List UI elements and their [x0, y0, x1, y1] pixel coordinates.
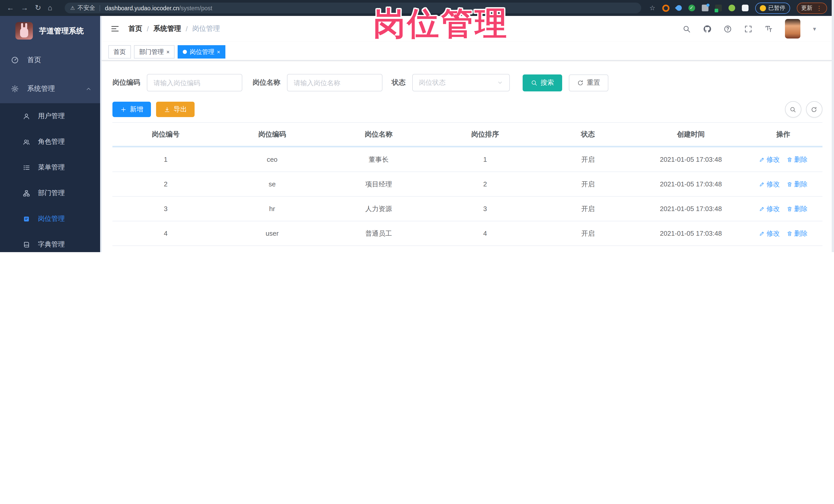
github-icon[interactable]	[703, 24, 711, 33]
sidebar-item-home[interactable]: 首页	[0, 46, 100, 74]
paused-chip[interactable]: 已暂停	[755, 2, 790, 14]
breadcrumb: 首页 / 系统管理 / 岗位管理	[128, 24, 220, 34]
cell-created: 2021-01-05 17:03:48	[638, 147, 744, 172]
breadcrumb-separator: /	[147, 25, 149, 32]
font-size-icon[interactable]	[764, 24, 773, 33]
export-button[interactable]: 导出	[156, 102, 195, 117]
extension-icon[interactable]	[675, 4, 683, 12]
sidebar-item-label: 系统管理	[27, 84, 55, 93]
emoji-icon	[760, 5, 766, 11]
breadcrumb-current: 岗位管理	[192, 24, 220, 34]
update-button[interactable]: 更新 ⋮	[796, 2, 827, 14]
extension-icon[interactable]	[715, 5, 722, 11]
reset-button[interactable]: 重置	[569, 74, 608, 91]
fullscreen-icon[interactable]	[744, 24, 752, 33]
close-icon[interactable]: ×	[217, 49, 220, 55]
sidebar-item-menus[interactable]: 菜单管理	[0, 155, 100, 180]
not-secure-label: 不安全	[78, 4, 95, 12]
edit-link[interactable]: 修改	[759, 204, 780, 213]
delete-link[interactable]: 删除	[787, 155, 808, 164]
sidebar-item-label: 角色管理	[38, 137, 65, 146]
pencil-icon	[759, 156, 765, 162]
delete-link[interactable]: 删除	[787, 204, 808, 213]
table-row[interactable]: 1 ceo 董事长 1 开启 2021-01-05 17:03:48 修改删除	[112, 147, 822, 172]
trash-icon	[787, 230, 793, 237]
chevron-down-icon	[497, 80, 503, 86]
sidebar-item-departments[interactable]: 部门管理	[0, 180, 100, 206]
sidebar-item-dict[interactable]: 字典管理	[0, 232, 100, 252]
extension-icon[interactable]	[728, 5, 735, 11]
menu-kebab-icon[interactable]: ⋮	[816, 4, 822, 12]
app-title: 芋道管理系统	[39, 26, 84, 36]
breadcrumb-home[interactable]: 首页	[128, 24, 142, 34]
extension-icon[interactable]	[662, 4, 669, 12]
delete-link[interactable]: 删除	[787, 229, 808, 238]
cell-status: 开启	[538, 221, 638, 246]
col-post-sort: 岗位排序	[432, 123, 538, 147]
breadcrumb-system[interactable]: 系统管理	[154, 24, 181, 34]
user-icon	[23, 112, 30, 120]
cell-actions: 修改删除	[744, 221, 822, 246]
url-bar[interactable]: ⚠ 不安全 dashboard.yudao.iocoder.cn /system…	[65, 3, 641, 13]
extension-icon[interactable]: ✓	[688, 5, 695, 11]
add-button-label: 新增	[130, 105, 143, 114]
tab-bar: 首页 部门管理 × 岗位管理 ×	[102, 42, 831, 61]
reload-icon[interactable]: ↻	[35, 0, 41, 16]
search-icon[interactable]	[682, 24, 691, 33]
not-secure-warning-icon[interactable]: ⚠	[70, 5, 75, 11]
hamburger-icon[interactable]	[110, 24, 119, 34]
sidebar-item-system[interactable]: 系统管理	[0, 74, 100, 103]
chevron-down-icon[interactable]: ▼	[812, 26, 817, 31]
app-logo-row[interactable]: 芋道管理系统	[0, 16, 100, 46]
add-button[interactable]: 新增	[112, 102, 151, 117]
search-button[interactable]: 搜索	[523, 74, 562, 91]
cell-id: 1	[112, 147, 219, 172]
browser-scrollbar[interactable]	[831, 0, 834, 252]
tab-home[interactable]: 首页	[108, 45, 131, 59]
pencil-icon	[759, 206, 765, 212]
status-select[interactable]: 岗位状态	[412, 74, 510, 91]
list-icon	[23, 163, 30, 171]
edit-link[interactable]: 修改	[759, 179, 780, 189]
cell-name: 项目经理	[326, 172, 432, 196]
edit-link[interactable]: 修改	[759, 155, 780, 164]
extension-icon[interactable]	[702, 5, 708, 11]
toggle-search-button[interactable]	[785, 101, 801, 117]
table-row[interactable]: 2 se 项目经理 2 开启 2021-01-05 17:03:48 修改删除	[112, 172, 822, 196]
breadcrumb-separator: /	[186, 25, 188, 32]
tab-posts-active[interactable]: 岗位管理 ×	[178, 45, 225, 59]
bookmark-star-icon[interactable]: ☆	[650, 4, 655, 12]
post-name-input[interactable]	[287, 74, 382, 91]
search-button-label: 搜索	[541, 78, 554, 87]
table-row[interactable]: 4 user 普通员工 4 开启 2021-01-05 17:03:48 修改删…	[112, 221, 822, 246]
sidebar-item-posts[interactable]: 岗位管理	[0, 206, 100, 232]
tab-departments[interactable]: 部门管理 ×	[134, 45, 175, 59]
cell-code: ceo	[219, 147, 326, 172]
table-row[interactable]: 3 hr 人力资源 3 开启 2021-01-05 17:03:48 修改删除	[112, 196, 822, 221]
close-icon[interactable]: ×	[166, 49, 170, 55]
cell-created: 2021-01-05 17:03:48	[638, 172, 744, 196]
paused-label: 已暂停	[768, 4, 785, 12]
posts-table: 岗位编号 岗位编码 岗位名称 岗位排序 状态 创建时间 操作 1 ceo 董事长	[112, 122, 822, 246]
sidebar-item-users[interactable]: 用户管理	[0, 103, 100, 129]
sidebar-item-roles[interactable]: 角色管理	[0, 129, 100, 155]
back-icon[interactable]: ←	[7, 0, 14, 16]
sidebar-item-label: 首页	[27, 56, 41, 65]
trash-icon	[787, 206, 793, 212]
avatar[interactable]	[785, 19, 800, 39]
refresh-button[interactable]	[806, 101, 822, 117]
cell-name: 董事长	[326, 147, 432, 172]
post-code-label: 岗位编码	[112, 78, 140, 87]
help-icon[interactable]	[723, 24, 732, 33]
table-header-row: 岗位编号 岗位编码 岗位名称 岗位排序 状态 创建时间 操作	[112, 123, 822, 147]
extensions-puzzle-icon[interactable]	[742, 5, 748, 11]
refresh-icon	[811, 106, 817, 113]
reset-button-label: 重置	[587, 78, 600, 87]
delete-link[interactable]: 删除	[787, 179, 808, 189]
forward-icon[interactable]: →	[21, 0, 28, 16]
sidebar-item-label: 菜单管理	[38, 163, 65, 172]
col-created: 创建时间	[638, 123, 744, 147]
home-icon[interactable]: ⌂	[48, 0, 52, 16]
post-code-input[interactable]	[147, 74, 242, 91]
edit-link[interactable]: 修改	[759, 229, 780, 238]
